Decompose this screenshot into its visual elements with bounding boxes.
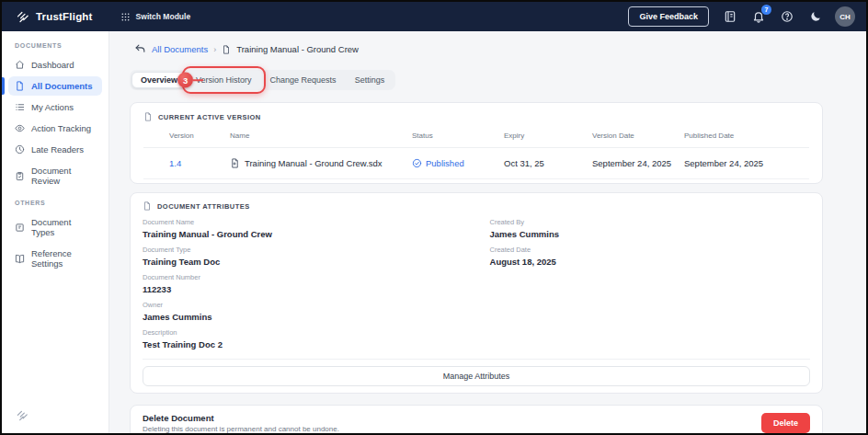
field-label: Description	[143, 328, 490, 337]
sidebar-item-document-types[interactable]: Document Types	[8, 212, 102, 242]
sidebar-item-label: Late Readers	[31, 144, 84, 155]
attributes-left-column: Document Name Training Manual - Ground C…	[143, 218, 490, 356]
give-feedback-button[interactable]: Give Feedback	[628, 6, 709, 27]
body-row: DOCUMENTS Dashboard All Documents My Act…	[2, 31, 866, 433]
field-value: James Cummins	[143, 312, 490, 323]
manage-attributes-button[interactable]: Manage Attributes	[143, 366, 810, 386]
col-expiry: Expiry	[504, 132, 592, 140]
field-label: Document Type	[143, 246, 490, 254]
document-icon	[222, 45, 231, 54]
notifications-button[interactable]: 7	[751, 9, 766, 24]
card-title: DOCUMENT ATTRIBUTES	[157, 202, 250, 211]
annotation-step-badge: 3	[177, 73, 193, 88]
tabs-row: Overview 3 Version History Change Reques…	[130, 68, 823, 92]
apps-grid-icon	[120, 12, 131, 22]
delete-description: Deleting this document is permanent and …	[143, 425, 339, 433]
sidebar-item-label: Dashboard	[31, 60, 74, 70]
brand-name: TrustFlight	[36, 11, 93, 22]
sidebar-item-my-actions[interactable]: My Actions	[8, 97, 102, 117]
sidebar-footer-logo	[16, 409, 29, 426]
field-document-name: Document Name Training Manual - Ground C…	[143, 218, 490, 240]
status-badge: Published	[412, 158, 504, 168]
back-arrow-icon	[134, 43, 146, 55]
col-published-date: Published Date	[684, 132, 809, 140]
field-label: Owner	[143, 301, 490, 309]
document-types-icon	[15, 223, 25, 233]
document-icon	[143, 201, 152, 211]
main-content: All Documents › Training Manual - Ground…	[109, 31, 866, 433]
sidebar-item-reference-settings[interactable]: Reference Settings	[8, 244, 102, 273]
delete-document-card: Delete Document Deleting this document i…	[130, 405, 823, 433]
sidebar-section-others: OTHERS	[2, 192, 108, 211]
field-value: 112233	[143, 284, 490, 295]
version-table-header: Version Name Status Expiry Version Date …	[143, 121, 809, 148]
field-value: Test Training Doc 2	[143, 339, 490, 350]
current-version-header: CURRENT ACTIVE VERSION	[143, 112, 809, 121]
field-label: Document Number	[143, 273, 490, 281]
sidebar-item-label: Document Review	[31, 166, 96, 186]
published-date-value: September 24, 2025	[684, 158, 809, 168]
col-version-date: Version Date	[592, 132, 684, 140]
current-active-version-card: CURRENT ACTIVE VERSION Version Name Stat…	[130, 102, 823, 184]
tab-label: Settings	[355, 75, 385, 85]
field-owner: Owner James Cummins	[143, 301, 490, 323]
sidebar-item-dashboard[interactable]: Dashboard	[8, 55, 102, 74]
sidebar-item-label: Reference Settings	[31, 248, 96, 269]
sidebar-item-action-tracking[interactable]: Action Tracking	[8, 119, 102, 138]
open-book-icon	[15, 254, 25, 264]
help-icon	[781, 10, 794, 23]
tab-label: Overview	[141, 75, 177, 85]
delete-button[interactable]: Delete	[761, 413, 810, 433]
switch-module-label: Switch Module	[136, 12, 191, 21]
brand: TrustFlight	[16, 10, 93, 24]
version-date-value: September 24, 2025	[592, 158, 684, 168]
field-label: Created Date	[490, 246, 810, 254]
delete-text-block: Delete Document Deleting this document i…	[143, 413, 339, 433]
tab-label: Version History	[196, 75, 252, 85]
attributes-right-column: Created By James Cummins Created Date Au…	[490, 218, 810, 356]
field-document-type: Document Type Training Team Doc	[143, 246, 490, 268]
breadcrumb-current: Training Manual - Ground Crew	[236, 44, 359, 54]
field-value: Training Team Doc	[143, 257, 490, 268]
version-file-name: Training Manual - Ground Crew.sdx	[245, 158, 383, 168]
moon-icon	[809, 10, 822, 23]
notification-count-badge: 7	[761, 5, 771, 15]
dark-mode-toggle[interactable]	[808, 9, 823, 24]
version-number-link[interactable]: 1.4	[169, 158, 230, 168]
sidebar-item-label: Action Tracking	[31, 123, 91, 133]
sidebar: DOCUMENTS Dashboard All Documents My Act…	[2, 31, 109, 433]
sidebar-item-all-documents[interactable]: All Documents	[8, 76, 102, 96]
breadcrumb-separator: ›	[213, 45, 216, 54]
expiry-value: Oct 31, 25	[504, 158, 592, 168]
attributes-grid: Document Name Training Manual - Ground C…	[143, 218, 810, 356]
divider	[143, 359, 810, 360]
col-status: Status	[412, 132, 504, 140]
attributes-header: DOCUMENT ATTRIBUTES	[143, 201, 810, 211]
tab-settings[interactable]: Settings	[346, 72, 394, 88]
changelog-button[interactable]	[723, 9, 737, 24]
tab-overview[interactable]: Overview 3	[131, 72, 187, 88]
sidebar-item-late-readers[interactable]: Late Readers	[8, 140, 102, 159]
tab-change-requests[interactable]: Change Requests	[261, 72, 346, 88]
breadcrumb: All Documents › Training Manual - Ground…	[130, 43, 823, 55]
sidebar-item-document-review[interactable]: Document Review	[8, 161, 102, 190]
switch-module-button[interactable]: Switch Module	[120, 12, 191, 22]
home-icon	[15, 60, 25, 70]
user-avatar[interactable]: CH	[835, 6, 855, 27]
version-table-row: 1.4 Training Manual - Ground Crew.sdx Pu…	[143, 148, 809, 179]
tab-bar: Overview 3 Version History Change Reques…	[130, 70, 395, 90]
version-name-cell[interactable]: Training Manual - Ground Crew.sdx	[230, 158, 412, 168]
file-icon	[230, 158, 240, 168]
delete-title: Delete Document	[143, 413, 339, 423]
field-label: Document Name	[143, 218, 490, 226]
breadcrumb-parent-link[interactable]: All Documents	[152, 44, 208, 54]
check-circle-icon	[412, 158, 422, 168]
help-button[interactable]	[780, 9, 794, 24]
back-button[interactable]	[134, 43, 146, 55]
clipboard-check-icon	[15, 171, 25, 181]
list-icon	[15, 102, 25, 112]
document-icon	[143, 112, 153, 121]
status-label: Published	[426, 158, 464, 168]
field-document-number: Document Number 112233	[143, 273, 490, 295]
tab-label: Change Requests	[270, 75, 337, 85]
